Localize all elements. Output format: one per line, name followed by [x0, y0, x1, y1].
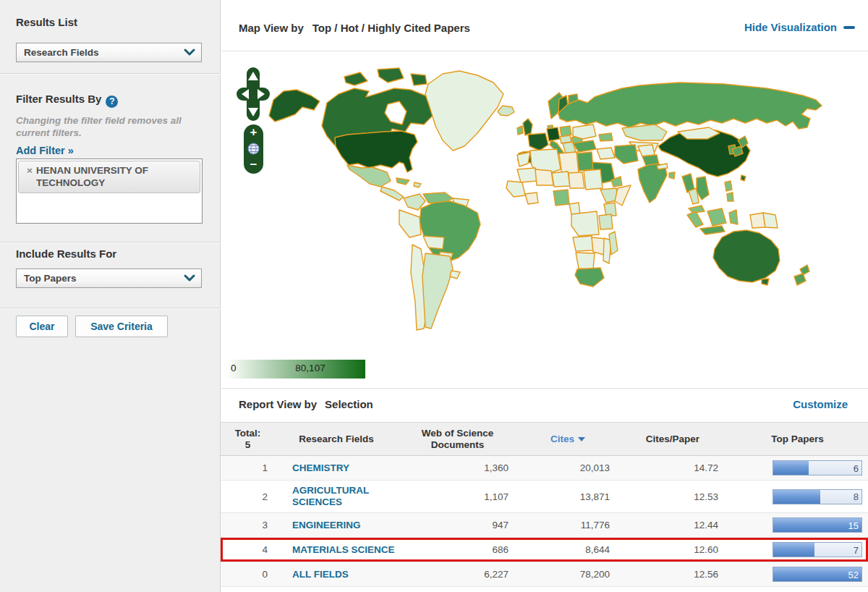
top-papers-cell: 15: [727, 513, 868, 537]
top-papers-value: 15: [848, 520, 859, 530]
zoom-out-button[interactable]: −: [250, 158, 258, 171]
top-papers-bar: 7: [773, 542, 862, 557]
country-india: [638, 164, 667, 203]
sidebar: Results List Research Fields Filter Resu…: [0, 0, 221, 592]
map-pan-control[interactable]: [236, 67, 271, 122]
research-field-link[interactable]: AGRICULTURAL SCIENCES: [275, 481, 398, 512]
customize-link[interactable]: Customize: [793, 398, 848, 410]
top-papers-value: 6: [854, 462, 859, 473]
top-papers-bar: 15: [773, 517, 862, 533]
include-results-dropdown-value: Top Papers: [24, 273, 77, 284]
country-south-africa: [575, 268, 604, 287]
wos-documents-cell: 1,107: [398, 487, 517, 507]
esi-results-page: Results List Research Fields Filter Resu…: [0, 0, 868, 592]
hide-visualization-link[interactable]: Hide Visualization: [744, 21, 855, 33]
country-iceland: [498, 106, 514, 116]
top-papers-cell: 7: [727, 538, 868, 562]
map-zoom-control[interactable]: + −: [244, 124, 263, 174]
divider: [221, 51, 868, 51]
rank-cell: 2: [221, 487, 275, 507]
country-iran: [615, 145, 638, 164]
sidebar-divider: [0, 73, 221, 75]
country-mexico: [347, 165, 391, 187]
wos-documents-cell: 686: [398, 540, 517, 559]
table-row: 0 ALL FIELDS 6,227 78,200 12.56 52: [221, 562, 868, 587]
wos-documents-cell: 6,227: [398, 564, 517, 584]
filter-results-title: Filter Results By?: [16, 93, 118, 108]
world-map[interactable]: [239, 59, 864, 351]
rank-cell: 4: [221, 540, 275, 559]
add-filter-link[interactable]: Add Filter »: [16, 145, 74, 156]
research-field-link[interactable]: ALL FIELDS: [275, 564, 398, 585]
country-egypt: [577, 152, 593, 171]
cites-per-paper-cell: 12.56: [618, 564, 727, 584]
rank-cell: 0: [221, 564, 275, 584]
minus-icon: [843, 26, 855, 29]
country-madagascar: [609, 232, 618, 255]
report-table-body: 1 CHEMISTRY 1,360 20,013 14.72 6 2 AGRIC…: [221, 456, 868, 587]
cites-per-paper-cell: 12.53: [618, 487, 727, 507]
top-papers-bar-fill: [773, 543, 814, 557]
map-view-title: Map View byTop / Hot / Highly Cited Pape…: [239, 22, 470, 34]
results-list-dropdown[interactable]: Research Fields: [16, 43, 202, 62]
clear-button[interactable]: Clear: [16, 316, 68, 337]
top-papers-bar: 52: [773, 567, 862, 582]
wos-documents-cell: 947: [398, 515, 517, 535]
country-germany: [547, 127, 560, 141]
include-results-title: Include Results For: [16, 248, 116, 260]
cites-cell: 8,644: [517, 540, 618, 559]
top-papers-value: 52: [848, 569, 859, 580]
top-papers-value: 7: [854, 544, 859, 555]
column-header-top-papers: Top Papers: [727, 434, 868, 445]
results-list-dropdown-value: Research Fields: [24, 47, 99, 58]
top-papers-bar-fill: [773, 490, 820, 504]
top-papers-cell: 8: [727, 485, 868, 509]
legend-max-label: 80,107: [295, 363, 325, 373]
chevron-down-icon: [184, 48, 195, 56]
cites-per-paper-cell: 14.72: [618, 458, 727, 478]
top-papers-cell: 6: [727, 456, 868, 480]
top-papers-bar: 6: [773, 460, 862, 475]
column-header-cites-per-paper: Cites/Paper: [618, 434, 727, 445]
country-kazakhstan: [622, 124, 667, 140]
results-list-title: Results List: [16, 16, 77, 28]
cites-cell: 11,776: [517, 515, 618, 535]
top-papers-bar-fill: [773, 461, 809, 475]
country-argentina: [422, 253, 453, 329]
save-criteria-button[interactable]: Save Criteria: [75, 316, 168, 337]
filter-chip-label: HENAN UNIVERSITY OF TECHNOLOGY: [36, 165, 148, 188]
rank-cell: 3: [221, 515, 275, 535]
help-icon[interactable]: ?: [106, 96, 118, 108]
sidebar-divider: [0, 308, 221, 309]
report-view-title: Report View bySelection: [239, 398, 373, 410]
chevron-down-icon: [184, 274, 195, 282]
top-papers-bar: 8: [773, 489, 862, 504]
filter-chip[interactable]: ×HENAN UNIVERSITY OF TECHNOLOGY: [18, 161, 200, 193]
cites-per-paper-cell: 12.44: [618, 515, 727, 535]
wos-documents-cell: 1,360: [398, 458, 517, 478]
table-header-row: Total: 5 Research Fields Web of Science …: [221, 422, 868, 456]
column-header-wos-documents: Web of Science Documents: [398, 428, 517, 451]
include-results-dropdown[interactable]: Top Papers: [16, 268, 202, 288]
country-australia: [713, 230, 780, 282]
cites-cell: 13,871: [517, 487, 618, 507]
table-row: 4 MATERIALS SCIENCE 686 8,644 12.60 7: [221, 538, 868, 562]
active-filters-box: ×HENAN UNIVERSITY OF TECHNOLOGY: [16, 158, 203, 224]
zoom-in-button[interactable]: +: [250, 126, 258, 138]
globe-icon[interactable]: [247, 143, 260, 155]
rank-cell: 1: [221, 458, 275, 478]
country-new-zealand: [800, 265, 809, 275]
top-papers-cell: 52: [727, 562, 868, 586]
column-header-research-fields: Research Fields: [275, 434, 398, 445]
sidebar-divider: [0, 242, 221, 243]
divider: [221, 388, 868, 389]
country-russia: [558, 83, 822, 129]
country-uk: [523, 119, 532, 135]
research-field-link[interactable]: ENGINEERING: [275, 515, 398, 536]
table-row: 3 ENGINEERING 947 11,776 12.44 15: [221, 513, 868, 538]
column-header-cites-sort[interactable]: Cites: [517, 434, 618, 445]
country-alaska: [269, 90, 320, 122]
research-field-link[interactable]: MATERIALS SCIENCE: [275, 540, 398, 560]
remove-filter-icon[interactable]: ×: [27, 165, 33, 176]
research-field-link[interactable]: CHEMISTRY: [275, 458, 398, 478]
